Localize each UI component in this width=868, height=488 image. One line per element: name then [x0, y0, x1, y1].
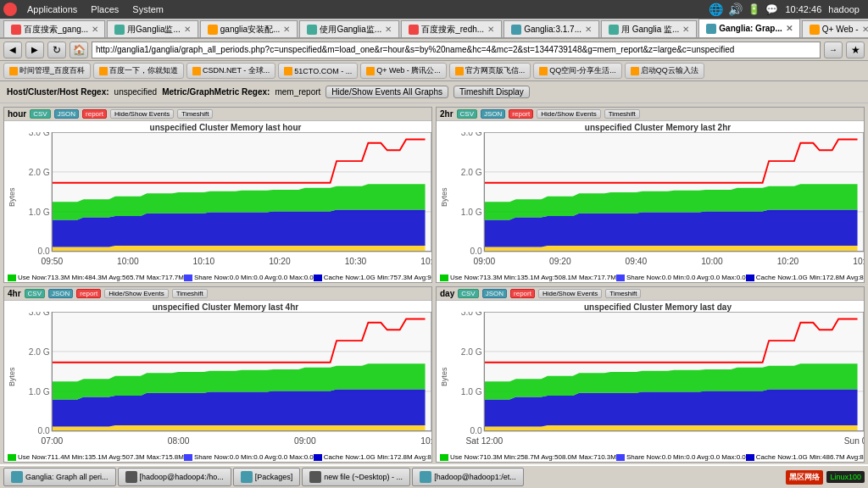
tab-tab1[interactable]: 百度搜索_gang...✕: [3, 20, 105, 37]
chart-area-hour[interactable]: unspecified Cluster Memory last hour0.01…: [19, 121, 431, 273]
svg-text:2.0 G: 2.0 G: [461, 347, 482, 357]
host-regex-label: Host/Cluster/Host Regex:: [7, 87, 109, 97]
csv-btn-4hr[interactable]: CSV: [25, 289, 45, 298]
forward-button[interactable]: ▶: [25, 42, 44, 58]
refresh-button[interactable]: ↻: [47, 42, 66, 58]
bookmark-item-3[interactable]: 51CTO.COM - ...: [278, 63, 358, 79]
chart-area-day[interactable]: unspecified Cluster Memory last day0.01.…: [452, 301, 864, 452]
tab-icon-tab3: [208, 25, 218, 35]
taskbar-item-0[interactable]: Ganglia: Graph all peri...: [3, 468, 116, 486]
tab-label-tab6: Ganglia:3.1.7...: [524, 25, 581, 34]
bookmark-item-1[interactable]: 百度一下，你就知道: [93, 63, 184, 79]
go-button[interactable]: →: [824, 42, 843, 58]
hide-events-btn-hour[interactable]: Hide/Show Events: [110, 109, 174, 119]
hide-show-events-all-btn[interactable]: Hide/Show Events All Graphs: [326, 86, 448, 98]
y-axis-day: Bytes: [437, 301, 452, 452]
menu-system[interactable]: System: [125, 3, 170, 16]
json-btn-4hr[interactable]: JSON: [48, 289, 73, 298]
timeshift-btn-4hr[interactable]: Timeshift: [172, 289, 208, 298]
menu-applications[interactable]: Applications: [20, 3, 84, 16]
bookmark-item-5[interactable]: 官方网页版飞信...: [449, 63, 531, 79]
bookmark-button[interactable]: ★: [846, 42, 865, 58]
json-btn-2hr[interactable]: JSON: [481, 109, 505, 119]
tab-close-tab2[interactable]: ✕: [184, 25, 191, 34]
bookmark-item-7[interactable]: 启动QQ云输入法: [625, 63, 704, 79]
tab-close-tab3[interactable]: ✕: [283, 25, 290, 34]
legend-color-use: [8, 274, 16, 281]
tab-tab8[interactable]: Ganglia: Grap...✕: [698, 19, 799, 37]
chart-title-2hr: unspecified Cluster Memory last 2hr: [452, 121, 864, 132]
taskbar-item-2[interactable]: [Packages]: [233, 468, 301, 486]
report-btn-day[interactable]: report: [510, 289, 535, 298]
taskbar-label-3: new file (~Desktop) - ...: [324, 473, 403, 481]
csv-btn-2hr[interactable]: CSV: [457, 109, 477, 119]
svg-text:0.0: 0.0: [470, 427, 483, 436]
tab-tab2[interactable]: 用Ganglia监...✕: [107, 20, 198, 37]
tab-tab4[interactable]: 使用Ganglia监...✕: [299, 20, 399, 37]
svg-text:10:40: 10:40: [853, 257, 864, 266]
address-bar-container: ◀ ▶ ↻ 🏠 → ★: [0, 39, 868, 61]
tab-label-tab9: Q+ Web -: [822, 25, 859, 34]
csv-btn-day[interactable]: CSV: [458, 289, 478, 298]
svg-text:10:00: 10:00: [420, 436, 431, 446]
tab-close-tab5[interactable]: ✕: [487, 25, 494, 34]
bookmark-label-1: 百度一下，你就知道: [109, 65, 178, 76]
timeshift-btn-2hr[interactable]: Timeshift: [604, 109, 640, 119]
graph-header-hour: hourCSVJSONreportHide/Show EventsTimeshi…: [4, 108, 431, 121]
legend-text-share: Share Now:0.0 Min:0.0 Avg:0.0 Max:0.0: [626, 453, 746, 461]
report-btn-2hr[interactable]: report: [509, 109, 533, 119]
report-btn-hour[interactable]: report: [82, 109, 107, 119]
address-input[interactable]: [92, 42, 821, 58]
legend-text-use: Use Now:713.3M Min:135.1M Avg:508.1M Max…: [450, 274, 616, 281]
tab-icon-tab7: [609, 25, 619, 35]
timeshift-btn-hour[interactable]: Timeshift: [177, 109, 213, 119]
svg-text:09:00: 09:00: [474, 257, 496, 266]
graph-content-2hr: Bytesunspecified Cluster Memory last 2hr…: [437, 121, 864, 273]
legend-color-share: [184, 454, 192, 461]
json-btn-hour[interactable]: JSON: [54, 109, 79, 119]
tab-close-tab1[interactable]: ✕: [92, 25, 98, 34]
tab-tab6[interactable]: Ganglia:3.1.7...✕: [504, 20, 599, 37]
tab-tab7[interactable]: 用 Ganglia 监...✕: [601, 20, 697, 37]
tab-close-tab4[interactable]: ✕: [385, 25, 392, 34]
csv-btn-hour[interactable]: CSV: [30, 109, 50, 119]
graph-header-4hr: 4hrCSVJSONreportHide/Show EventsTimeshif…: [4, 287, 431, 301]
tab-close-tab6[interactable]: ✕: [585, 25, 592, 34]
bookmark-item-4[interactable]: Q+ Web - 腾讯公...: [360, 63, 447, 79]
bookmark-item-0[interactable]: 时间管理_百度百科: [3, 63, 91, 79]
hide-events-btn-2hr[interactable]: Hide/Show Events: [537, 109, 600, 119]
taskbar-item-3[interactable]: new file (~Desktop) - ...: [302, 468, 410, 486]
bookmark-icon-4: [366, 67, 375, 75]
taskbar-item-4[interactable]: [hadoop@hadoop1:/et...: [412, 468, 524, 486]
hide-events-btn-4hr[interactable]: Hide/Show Events: [104, 289, 168, 298]
bookmark-label-3: 51CTO.COM - ...: [294, 67, 352, 75]
home-button[interactable]: 🏠: [70, 42, 88, 58]
svg-text:3.0 G: 3.0 G: [29, 132, 50, 137]
report-btn-4hr[interactable]: report: [76, 289, 101, 298]
chart-area-4hr[interactable]: unspecified Cluster Memory last 4hr0.01.…: [19, 301, 431, 452]
timeshift-display-btn[interactable]: Timeshift Display: [453, 86, 530, 98]
chart-area-2hr[interactable]: unspecified Cluster Memory last 2hr0.01.…: [452, 121, 864, 273]
tab-close-tab9[interactable]: ✕: [862, 25, 868, 34]
tab-close-tab7[interactable]: ✕: [682, 25, 689, 34]
back-button[interactable]: ◀: [3, 42, 22, 58]
tab-tab5[interactable]: 百度搜索_redh...✕: [401, 20, 502, 37]
taskbar-item-1[interactable]: [hadoop@hadoop4:/ho...: [118, 468, 231, 486]
bookmark-item-2[interactable]: CSDN.NET - 全球...: [186, 63, 275, 79]
legend-text-use: Use Now:710.3M Min:258.7M Avg:508.0M Max…: [450, 453, 616, 461]
tab-tab9[interactable]: Q+ Web -✕: [802, 20, 868, 37]
legend-color-cache: [314, 454, 322, 461]
taskbar-label-0: Ganglia: Graph all peri...: [25, 473, 108, 481]
tab-tab3[interactable]: ganglia安装配...✕: [200, 20, 298, 37]
hide-events-btn-day[interactable]: Hide/Show Events: [538, 289, 602, 298]
chart-svg-hour: 0.01.0 G2.0 G3.0 G09:5010:0010:1010:2010…: [19, 132, 431, 273]
period-label-day: day: [440, 289, 454, 298]
timeshift-btn-day[interactable]: Timeshift: [605, 289, 641, 298]
tab-close-tab8[interactable]: ✕: [786, 24, 793, 33]
tab-icon-tab8: [706, 24, 716, 34]
legend-text-share: Share Now:0.0 Min:0.0 Avg:0.0 Max:0.0: [626, 274, 746, 281]
menu-places[interactable]: Places: [84, 3, 125, 16]
json-btn-day[interactable]: JSON: [482, 289, 507, 298]
system-clock: 10:42:46: [785, 4, 828, 14]
bookmark-item-6[interactable]: QQ空间-分享生活...: [533, 63, 622, 79]
